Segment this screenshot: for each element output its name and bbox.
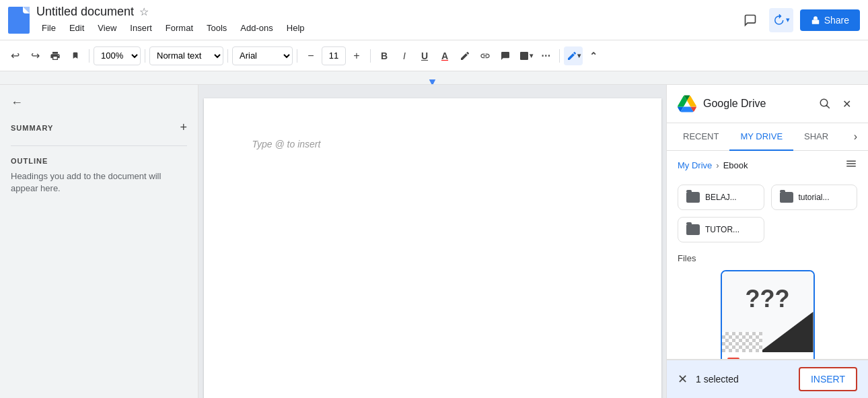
folder-icon: [686, 192, 700, 203]
font-color-button[interactable]: A: [435, 46, 454, 65]
undo-button[interactable]: ↩: [5, 46, 24, 65]
drive-footer-close-button[interactable]: ✕: [678, 372, 688, 387]
sidebar-left: ← SUMMARY + OUTLINE Headings you add to …: [0, 85, 198, 398]
header-right: ▾ Share: [738, 8, 860, 32]
folder-icon: [686, 224, 700, 235]
ruler: [0, 71, 868, 85]
drive-footer: ✕ 1 selected INSERT: [667, 359, 868, 398]
drive-header: Google Drive ✕: [667, 85, 868, 123]
document-page[interactable]: Type @ to insert: [204, 98, 661, 398]
breadcrumb-separator: ›: [716, 160, 719, 170]
menu-tools[interactable]: Tools: [201, 20, 232, 36]
more-options-button[interactable]: ⋯: [536, 46, 555, 65]
folder-item-tutorial[interactable]: tutorial...: [771, 185, 858, 210]
menu-bar: File Edit View Insert Format Tools Add-o…: [36, 20, 738, 36]
image-toolbar-button[interactable]: ▾: [516, 46, 535, 65]
menu-file[interactable]: File: [36, 20, 61, 36]
drive-panel: Google Drive ✕ RECENT MY DRIVE SHAR › My…: [666, 85, 868, 398]
breadcrumb-home[interactable]: My Drive: [678, 160, 712, 170]
print-button[interactable]: [46, 46, 65, 65]
comment-toolbar-button[interactable]: [496, 46, 515, 65]
tab-shared[interactable]: SHAR: [793, 123, 839, 151]
divider-6: [559, 49, 560, 63]
menu-format[interactable]: Format: [160, 20, 198, 36]
drive-search-button[interactable]: [814, 93, 836, 114]
drive-breadcrumb: My Drive › Ebook: [667, 151, 868, 179]
svg-rect-0: [811, 20, 819, 24]
font-select[interactable]: Arial: [232, 46, 293, 65]
folders-grid: BELAJ... tutorial... TUTOR...: [678, 185, 857, 242]
title-section: Untitled document ☆ File Edit View Inser…: [36, 5, 738, 36]
file-card-bottom: unknow...: [722, 352, 813, 359]
drive-tabs: RECENT MY DRIVE SHAR ›: [667, 123, 868, 151]
folder-icon: [780, 192, 793, 203]
file-checker: [722, 332, 762, 352]
menu-view[interactable]: View: [92, 20, 122, 36]
menu-addons[interactable]: Add-ons: [235, 20, 278, 36]
drive-close-button[interactable]: ✕: [836, 93, 857, 114]
document-placeholder[interactable]: Type @ to insert: [252, 139, 321, 150]
outline-description: Headings you add to the document will ap…: [11, 170, 187, 195]
divider-5: [370, 49, 371, 63]
redo-button[interactable]: ↪: [26, 46, 44, 65]
title-bar: Untitled document ☆ File Edit View Inser…: [0, 0, 868, 40]
file-card[interactable]: ??? unknow...: [721, 270, 815, 359]
paint-format-button[interactable]: [66, 46, 85, 65]
drive-tab-arrow[interactable]: ›: [848, 128, 863, 145]
font-size-container: − +: [301, 46, 366, 65]
drive-content: BELAJ... tutorial... TUTOR... Files ???: [667, 179, 868, 359]
history-button[interactable]: ▾: [769, 8, 793, 32]
main-area: ← SUMMARY + OUTLINE Headings you add to …: [0, 85, 868, 398]
folder-item-tutor[interactable]: TUTOR...: [678, 217, 764, 242]
drive-logo-icon: [678, 94, 696, 113]
star-icon[interactable]: ☆: [139, 5, 149, 18]
summary-header: SUMMARY +: [11, 121, 187, 135]
tab-my-drive[interactable]: MY DRIVE: [729, 123, 793, 151]
selected-count: 1 selected: [696, 374, 791, 385]
italic-button[interactable]: I: [395, 46, 414, 65]
expand-button[interactable]: ⌃: [584, 46, 603, 65]
folder-name-tutor: TUTOR...: [705, 225, 739, 234]
underline-button[interactable]: U: [415, 46, 434, 65]
menu-help[interactable]: Help: [281, 20, 310, 36]
folder-name-tutorial: tutorial...: [799, 193, 830, 202]
insert-button[interactable]: INSERT: [799, 367, 857, 391]
menu-insert[interactable]: Insert: [124, 20, 157, 36]
comment-button[interactable]: [738, 8, 762, 32]
svg-point-2: [521, 53, 523, 55]
document-area[interactable]: Type @ to insert: [198, 85, 666, 398]
share-button[interactable]: Share: [800, 9, 860, 31]
style-select[interactable]: Normal text: [149, 46, 223, 65]
doc-icon: [8, 7, 30, 34]
font-size-increase[interactable]: +: [347, 46, 366, 65]
font-size-decrease[interactable]: −: [301, 46, 320, 65]
link-button[interactable]: [476, 46, 495, 65]
toolbar: ↩ ↪ 100% Normal text Arial − + B I U A ▾…: [0, 40, 868, 71]
add-summary-button[interactable]: +: [180, 121, 187, 135]
divider-1: [89, 49, 89, 63]
summary-label: SUMMARY: [11, 124, 53, 132]
doc-title[interactable]: Untitled document: [36, 5, 134, 19]
back-button[interactable]: ←: [11, 96, 187, 110]
file-question-marks: ???: [746, 285, 790, 313]
folder-name-belaj: BELAJ...: [705, 193, 737, 202]
bold-button[interactable]: B: [375, 46, 394, 65]
highlight-button[interactable]: [456, 46, 474, 65]
breadcrumb-folder[interactable]: Ebook: [723, 160, 748, 170]
divider-4: [297, 49, 297, 63]
menu-edit[interactable]: Edit: [64, 20, 89, 36]
pen-button[interactable]: ▾: [564, 46, 583, 65]
folder-item-belaj[interactable]: BELAJ...: [678, 185, 764, 210]
drive-view-toggle[interactable]: [845, 158, 857, 172]
font-size-input[interactable]: [322, 46, 346, 65]
outline-label: OUTLINE: [11, 157, 187, 165]
tab-recent[interactable]: RECENT: [672, 123, 729, 151]
divider-3: [227, 49, 228, 63]
files-label: Files: [678, 253, 857, 263]
zoom-select[interactable]: 100%: [94, 46, 141, 65]
drive-title: Google Drive: [703, 98, 814, 110]
file-preview: ???: [722, 271, 813, 352]
file-diagonal: [760, 312, 813, 352]
divider-2: [145, 49, 145, 63]
